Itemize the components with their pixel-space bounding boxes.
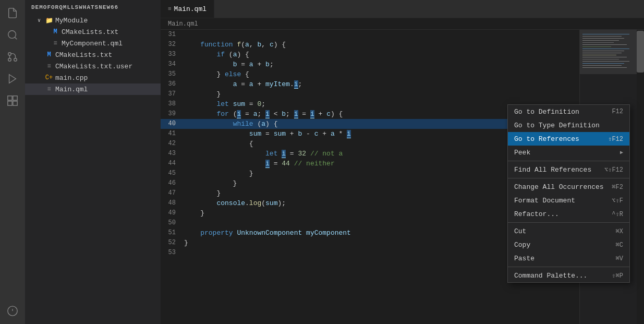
refactor-label: Refactor... [514, 210, 606, 218]
table-row: 34 b = a + b; [161, 59, 579, 69]
tab-qml-icon: ≡ [168, 6, 172, 12]
scrollbar-thumb[interactable] [637, 31, 644, 73]
find-refs-shortcut: ⌥⇧F12 [604, 166, 623, 174]
vertical-scrollbar[interactable] [637, 30, 644, 324]
breadcrumb-text: Main.qml [168, 20, 198, 28]
sidebar: DEMOFORQMLLSWHATSNEW66 ∨ 📁 MyModule M CM… [25, 0, 161, 324]
user-icon: ≡ [45, 62, 53, 70]
qml-icon: ≡ [51, 39, 59, 47]
table-row: 31 [161, 30, 579, 40]
qml-icon2: ≡ [45, 85, 53, 93]
table-row: 37 } [161, 89, 579, 99]
goto-refs-label: Go to References [514, 135, 603, 143]
cut-shortcut: ⌘X [616, 227, 623, 235]
cmd-palette-shortcut: ⇧⌘P [612, 272, 623, 280]
files-icon[interactable] [4, 4, 21, 22]
sidebar-item-mymodule[interactable]: ∨ 📁 MyModule [25, 15, 161, 26]
cpp-icon: C+ [45, 74, 53, 82]
tab-mainqml[interactable]: ≡ Main.qml [161, 0, 214, 18]
peek-arrow-icon: ▶ [620, 149, 623, 155]
paste-shortcut: ⌘V [616, 255, 623, 262]
svg-marker-6 [9, 75, 16, 83]
refactor-shortcut: ^⇧R [612, 210, 623, 218]
menu-item-peek[interactable]: Peek ▶ [508, 146, 629, 159]
paste-label: Paste [514, 255, 611, 262]
goto-def-shortcut: F12 [612, 108, 623, 115]
peek-label: Peek [514, 149, 620, 157]
menu-item-paste[interactable]: Paste ⌘V [508, 251, 629, 265]
find-refs-label: Find All References [514, 166, 599, 174]
goto-refs-shortcut: ⇧F12 [608, 135, 623, 143]
goto-type-label: Go to Type Definition [514, 122, 618, 129]
format-doc-label: Format Document [514, 197, 606, 205]
change-all-shortcut: ⌘F2 [612, 183, 623, 191]
goto-def-label: Go to Definition [514, 108, 606, 116]
debug-icon[interactable] [4, 302, 21, 320]
menu-item-find-refs[interactable]: Find All References ⌥⇧F12 [508, 163, 629, 176]
breadcrumb: Main.qml [161, 18, 644, 30]
table-row: 32 function f(a, b, c) { [161, 40, 579, 50]
svg-point-4 [8, 58, 11, 62]
menu-separator-2 [508, 178, 629, 178]
cut-label: Cut [514, 227, 611, 235]
svg-point-3 [8, 53, 11, 56]
sidebar-item-mainqml[interactable]: ≡ Main.qml [25, 83, 161, 95]
svg-rect-7 [8, 96, 12, 100]
search-icon-btn[interactable] [4, 26, 21, 44]
format-doc-shortcut: ⌥⇧F [612, 197, 623, 205]
cmake-icon2: M [45, 51, 53, 59]
menu-item-refactor[interactable]: Refactor... ^⇧R [508, 207, 629, 221]
folder-icon: 📁 [45, 16, 53, 25]
menu-item-goto-type[interactable]: Go to Type Definition [508, 118, 629, 132]
svg-line-1 [15, 37, 17, 39]
chevron-down-icon: ∨ [38, 17, 44, 23]
sidebar-item-maincpp[interactable]: C+ main.cpp [25, 72, 161, 83]
menu-separator-1 [508, 161, 629, 161]
sidebar-item-label: CMakeLists.txt [62, 28, 118, 36]
table-row: 36 a = a + myItem.i; [161, 79, 579, 89]
svg-rect-10 [13, 101, 17, 105]
menu-separator-4 [508, 267, 629, 267]
menu-separator-3 [508, 222, 629, 223]
source-control-icon[interactable] [4, 48, 21, 66]
menu-item-cut[interactable]: Cut ⌘X [508, 224, 629, 238]
sidebar-item-label: MyComponent.qml [62, 40, 123, 47]
menu-item-copy[interactable]: Copy ⌘C [508, 238, 629, 251]
activity-bar [0, 0, 25, 324]
svg-point-2 [14, 58, 17, 62]
sidebar-item-mycomponent[interactable]: ≡ MyComponent.qml [25, 38, 161, 49]
menu-item-change-all[interactable]: Change All Occurrences ⌘F2 [508, 180, 629, 194]
cmake-icon: M [51, 28, 59, 36]
cmd-palette-label: Command Palette... [514, 272, 606, 280]
sidebar-item-cmakelist1[interactable]: M CMakeLists.txt [25, 26, 161, 38]
table-row: 33 if (a) { [161, 50, 579, 59]
extensions-icon[interactable] [4, 92, 21, 110]
sidebar-header: DEMOFORQMLLSWHATSNEW66 [25, 0, 161, 15]
sidebar-item-label: Main.qml [55, 86, 88, 93]
copy-shortcut: ⌘C [616, 241, 623, 249]
menu-item-goto-refs[interactable]: Go to References ⇧F12 [508, 132, 629, 146]
sidebar-item-label: CMakeLists.txt [55, 51, 112, 59]
change-all-label: Change All Occurrences [514, 183, 606, 191]
menu-item-cmd-palette[interactable]: Command Palette... ⇧⌘P [508, 269, 629, 282]
menu-item-goto-def[interactable]: Go to Definition F12 [508, 105, 629, 118]
tab-bar: ≡ Main.qml [161, 0, 644, 18]
svg-rect-9 [8, 101, 12, 105]
sidebar-item-label: CMakeLists.txt.user [55, 63, 132, 70]
tab-label: Main.qml [174, 5, 206, 13]
app-container: DEMOFORQMLLSWHATSNEW66 ∨ 📁 MyModule M CM… [0, 0, 644, 324]
copy-label: Copy [514, 241, 611, 249]
table-row: 35 } else { [161, 69, 579, 79]
svg-rect-31 [580, 30, 637, 74]
editor-area: ≡ Main.qml Main.qml 31 32 function f(a, … [161, 0, 644, 324]
svg-rect-8 [13, 96, 17, 100]
sidebar-item-label: MyModule [55, 17, 88, 25]
sidebar-item-label: main.cpp [55, 74, 88, 82]
sidebar-item-cmakelist3[interactable]: ≡ CMakeLists.txt.user [25, 61, 161, 72]
menu-item-format-doc[interactable]: Format Document ⌥⇧F [508, 194, 629, 207]
run-debug-icon[interactable] [4, 70, 21, 88]
svg-point-0 [8, 31, 16, 39]
sidebar-item-cmakelist2[interactable]: M CMakeLists.txt [25, 49, 161, 61]
context-menu: Go to Definition F12 Go to Type Definiti… [507, 104, 630, 283]
